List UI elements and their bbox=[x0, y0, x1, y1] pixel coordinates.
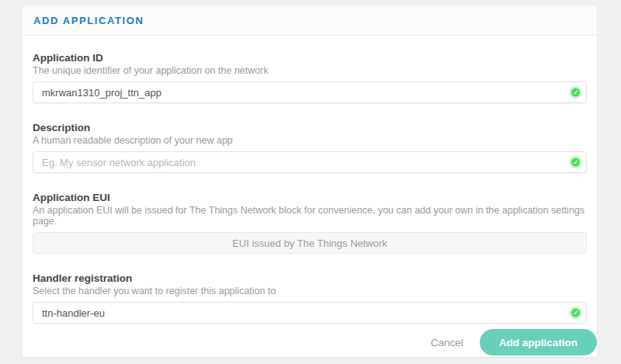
description-label: Description bbox=[33, 122, 587, 133]
handler-registration-label: Handler registration bbox=[33, 272, 587, 284]
application-id-label: Application ID bbox=[33, 52, 587, 64]
add-application-card: ADD APPLICATION Application ID The uniqu… bbox=[23, 5, 597, 357]
page-title: ADD APPLICATION bbox=[33, 15, 586, 26]
application-eui-input bbox=[33, 232, 587, 254]
valid-check-icon: ✓ bbox=[571, 88, 580, 97]
application-id-input[interactable] bbox=[33, 81, 587, 103]
field-description: Description A human readable description… bbox=[33, 122, 587, 173]
cancel-button[interactable]: Cancel bbox=[431, 337, 463, 348]
description-input[interactable] bbox=[33, 151, 587, 173]
valid-check-icon: ✓ bbox=[571, 309, 580, 317]
application-eui-input-wrap bbox=[33, 232, 587, 254]
handler-registration-help: Select the handler you want to register … bbox=[33, 286, 587, 296]
application-id-input-wrap: ✓ bbox=[33, 81, 587, 103]
application-eui-help: An application EUI will be issued for Th… bbox=[33, 205, 587, 227]
description-help: A human readable description of your new… bbox=[33, 135, 587, 146]
application-id-help: The unique identifier of your applicatio… bbox=[33, 65, 587, 76]
handler-registration-input[interactable] bbox=[33, 302, 587, 324]
field-application-id: Application ID The unique identifier of … bbox=[33, 52, 587, 103]
footer-actions: Cancel Add application bbox=[23, 329, 597, 355]
handler-registration-input-wrap: ✓ bbox=[33, 302, 587, 324]
card-body: Application ID The unique identifier of … bbox=[23, 36, 597, 357]
field-application-eui: Application EUI An application EUI will … bbox=[33, 192, 587, 254]
card-header: ADD APPLICATION bbox=[23, 5, 597, 36]
add-application-button[interactable]: Add application bbox=[480, 329, 597, 355]
application-eui-label: Application EUI bbox=[33, 192, 587, 203]
field-handler-registration: Handler registration Select the handler … bbox=[33, 272, 587, 324]
valid-check-icon: ✓ bbox=[571, 158, 580, 167]
description-input-wrap: ✓ bbox=[33, 151, 587, 173]
